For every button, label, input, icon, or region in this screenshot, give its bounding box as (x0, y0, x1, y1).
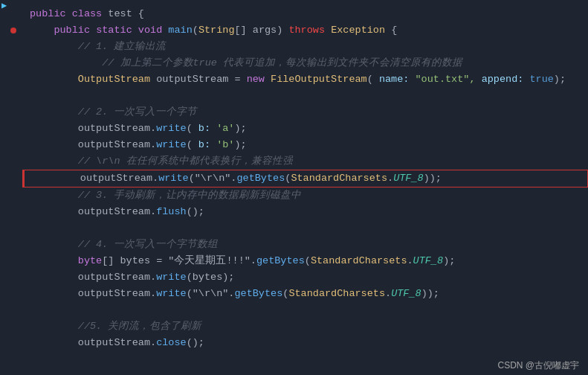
line-content: outputStream.write( b: 'b'); (22, 137, 588, 153)
code-line: // 加上第二个参数true 代表可追加，每次输出到文件夹不会清空原有的数据 (0, 55, 588, 71)
token: [] bytes = "今天星期五!!!". (102, 255, 256, 266)
token (30, 57, 102, 68)
code-area: ▶public class test { public static void … (0, 0, 588, 375)
token: outputStream. (32, 173, 158, 184)
line-content: //5. 关闭流，包含了刷新 (22, 318, 588, 335)
token: // 3. 手动刷新，让内存中的数据刷新到磁盘中 (78, 190, 302, 201)
token: byte (78, 255, 102, 266)
code-line: outputStream.write(bytes); (0, 269, 588, 286)
code-editor: ▶public class test { public static void … (0, 0, 588, 375)
code-line (0, 220, 588, 237)
line-content: // 3. 手动刷新，让内存中的数据刷新到磁盘中 (22, 188, 588, 204)
token: test { (108, 8, 144, 19)
code-line: outputStream.write( b: 'a'); (0, 121, 588, 137)
token: class (72, 8, 109, 19)
token: ( (187, 139, 198, 150)
line-content: outputStream.write(bytes); (22, 269, 588, 286)
line-content: outputStream.write("\r\n".getBytes(Stand… (22, 170, 588, 188)
token (30, 74, 78, 85)
token: flush (156, 206, 187, 217)
line-content (22, 88, 588, 104)
token: new (247, 74, 271, 85)
token: outputStream. (30, 123, 156, 134)
watermark-text: CSDN @古倪嘟虚宇 (497, 360, 579, 371)
token: ( (187, 123, 198, 134)
token: 'a' (210, 123, 234, 134)
code-line: // 1. 建立输出流 (0, 39, 588, 55)
token: OutputStream (78, 74, 150, 85)
token: write (156, 139, 187, 150)
token: getBytes (256, 255, 305, 266)
token: )); (421, 288, 439, 299)
token: getBytes (234, 288, 282, 299)
token: (bytes); (187, 272, 235, 283)
token: )); (424, 173, 442, 184)
token: //5. 关闭流，包含了刷新 (78, 321, 202, 332)
token: FileOutputStream (271, 74, 367, 85)
token: append: (482, 74, 524, 85)
token: outputStream. (30, 337, 156, 348)
line-content: outputStream.write( b: 'a'); (22, 121, 588, 137)
token: ); (234, 123, 246, 134)
token (30, 190, 78, 201)
line-content: // 1. 建立输出流 (22, 39, 588, 55)
token (30, 106, 78, 118)
token: Exception (331, 25, 385, 36)
line-content: outputStream.write("\r\n".getBytes(Stand… (22, 286, 588, 302)
token: b: (198, 139, 210, 150)
token: outputStream. (30, 272, 156, 283)
token: write (156, 288, 187, 299)
code-line: // 3. 手动刷新，让内存中的数据刷新到磁盘中 (0, 188, 588, 204)
token: ( (305, 255, 311, 266)
token (30, 321, 78, 332)
line-content: // 2. 一次写入一个字节 (22, 104, 588, 121)
line-content: public static void main(String[] args) t… (22, 22, 588, 39)
token: 'b' (210, 139, 234, 150)
token: ); (443, 255, 455, 266)
token: name: (379, 74, 410, 85)
token: UTF_8 (413, 255, 444, 266)
token: close (156, 337, 187, 348)
code-line: // \r\n 在任何系统中都代表换行，兼容性强 (0, 153, 588, 170)
token: (); (187, 206, 204, 217)
breakpoint-indicator (10, 28, 16, 33)
token: true (529, 74, 553, 85)
token: StandardCharsets (311, 255, 407, 266)
token: String (198, 25, 235, 36)
code-line: outputStream.flush(); (0, 204, 588, 220)
token: main (168, 25, 192, 36)
token: // 1. 建立输出流 (78, 41, 167, 52)
token: { (385, 25, 397, 36)
token: outputStream = (150, 74, 247, 85)
token: getBytes (236, 173, 285, 184)
line-content: outputStream.flush(); (22, 204, 588, 220)
code-line: OutputStream outputStream = new FileOutp… (0, 71, 588, 88)
token: (); (187, 337, 204, 348)
token: StandardCharsets (288, 288, 385, 299)
token: StandardCharsets (291, 173, 387, 184)
token: . (407, 255, 413, 266)
watermark: CSDN @古倪嘟虚宇 (488, 356, 588, 375)
token: // 2. 一次写入一个字节 (78, 106, 198, 118)
token: UTF_8 (391, 288, 421, 299)
token: outputStream. (30, 139, 156, 150)
token (30, 41, 78, 52)
token: // 加上第二个参数true 代表可追加，每次输出到文件夹不会清空原有的数据 (102, 57, 462, 68)
code-line: outputStream.close(); (0, 335, 588, 351)
token: public (30, 25, 96, 36)
code-line (0, 88, 588, 104)
code-line: ▶public class test { (0, 6, 588, 22)
token: ("\r\n". (187, 288, 235, 299)
token: ("\r\n". (189, 173, 237, 184)
token (30, 156, 78, 167)
token: ); (234, 139, 246, 150)
token: // 4. 一次写入一个字节数组 (78, 239, 219, 250)
token: // \r\n 在任何系统中都代表换行，兼容性强 (78, 156, 293, 167)
token: write (156, 272, 187, 283)
code-line (0, 302, 588, 318)
token: . (387, 173, 393, 184)
token: void (138, 25, 169, 36)
token: ( (193, 25, 198, 36)
code-line: public static void main(String[] args) t… (0, 22, 588, 39)
token: write (156, 123, 187, 134)
